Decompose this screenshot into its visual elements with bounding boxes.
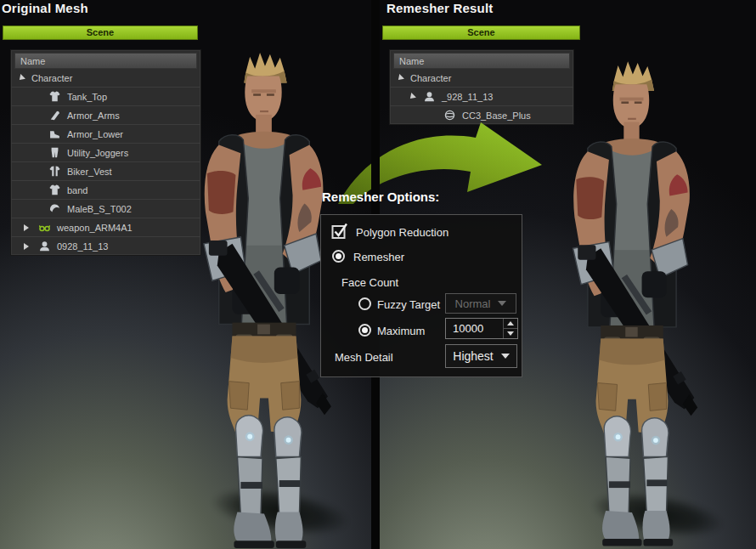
tree-item-label: 0928_11_13 — [57, 241, 108, 252]
expanded-triangle-icon[interactable] — [396, 74, 404, 82]
tree-item-label: weapon_ARM4A1 — [57, 223, 133, 233]
maximum-label[interactable]: Maximum — [377, 325, 425, 337]
scene-panel-header[interactable]: Scene — [3, 25, 198, 40]
hair-icon — [49, 203, 60, 214]
tree-item-label: _928_11_13 — [442, 92, 493, 102]
chevron-down-icon — [501, 354, 510, 359]
remesher-options-dialog: Polygon Reduction Remesher Face Count Fu… — [320, 214, 522, 377]
shoe-icon — [49, 128, 60, 139]
fuzzy-target-radio[interactable] — [358, 297, 371, 310]
polygon-reduction-checkbox[interactable] — [331, 223, 348, 240]
character-render-remeshed — [537, 53, 725, 549]
polygon-reduction-label[interactable]: Polygon Reduction — [356, 226, 449, 239]
tree-item-label: Armor_Arms — [67, 110, 120, 121]
mesh-icon — [444, 110, 455, 121]
accessory-icon — [39, 222, 50, 233]
mesh-detail-value: Highest — [453, 349, 493, 363]
chevron-down-icon — [498, 301, 506, 306]
mesh-detail-label: Mesh Detail — [335, 351, 393, 364]
remesher-options-title: Remesher Options: — [322, 190, 439, 204]
app-screenshot: Original Mesh Remesher Result Scene Name… — [0, 0, 756, 549]
remesher-label[interactable]: Remesher — [353, 251, 404, 263]
spinner-up-button[interactable] — [504, 319, 517, 328]
tree-item-label: Armor_Lower — [67, 129, 123, 139]
spinner-down-button[interactable] — [504, 328, 517, 338]
tree-item-label: CC3_Base_Plus — [462, 110, 531, 121]
collapsed-triangle-icon[interactable] — [24, 224, 29, 231]
sleeve-icon — [49, 110, 60, 121]
tree-item-label: MaleB_S_T002 — [67, 204, 132, 214]
maximum-spinner[interactable]: 10000 — [445, 318, 518, 339]
tree-item-label: band — [67, 185, 87, 195]
expanded-triangle-icon[interactable] — [408, 93, 416, 101]
scene-panel-header[interactable]: Scene — [382, 25, 580, 40]
pants-icon — [49, 147, 60, 158]
tree-item-label: Utility_Joggers — [67, 148, 128, 158]
remesher-result-title: Remesher Result — [386, 1, 494, 15]
vest-icon — [49, 166, 60, 177]
collapsed-triangle-icon[interactable] — [24, 243, 29, 250]
expanded-triangle-icon[interactable] — [17, 74, 25, 82]
avatar-icon — [39, 241, 50, 252]
mesh-detail-dropdown[interactable]: Highest — [445, 344, 517, 368]
tree-item-label: Tank_Top — [67, 92, 107, 102]
remesher-radio[interactable] — [332, 250, 345, 263]
maximum-radio[interactable] — [358, 324, 371, 337]
shirt-icon — [49, 91, 60, 102]
tree-item-label: Biker_Vest — [67, 167, 112, 177]
original-mesh-title: Original Mesh — [2, 1, 88, 15]
avatar-icon — [424, 91, 435, 102]
tree-item-label: Character — [31, 73, 72, 83]
tree-item-label: Character — [410, 73, 451, 83]
fuzzy-target-dropdown[interactable]: Normal — [445, 293, 516, 314]
maximum-value[interactable]: 10000 — [446, 319, 503, 338]
shirt-icon — [49, 184, 60, 195]
fuzzy-target-label[interactable]: Fuzzy Target — [377, 298, 440, 311]
fuzzy-target-value: Normal — [455, 297, 491, 310]
face-count-label: Face Count — [341, 276, 398, 289]
